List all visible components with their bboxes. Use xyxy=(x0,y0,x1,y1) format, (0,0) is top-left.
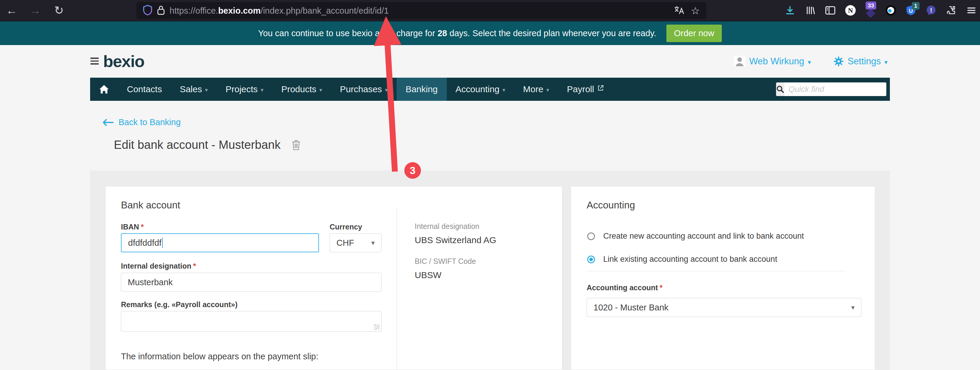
chevron-down-icon: ▾ xyxy=(205,86,208,93)
internal-designation-input[interactable]: Musterbank xyxy=(121,273,382,292)
info-designation-label: Internal designation xyxy=(415,222,479,231)
downloads-icon[interactable] xyxy=(784,2,796,19)
shield-count-badge: 1 xyxy=(912,2,920,10)
section-divider xyxy=(587,271,846,271)
url-bar[interactable]: https://office.bexio.com/index.php/bank_… xyxy=(136,2,706,19)
radio-create-new-account[interactable]: Create new accounting account and link t… xyxy=(587,231,804,241)
page-title: Edit bank account - Musterbank xyxy=(114,138,281,152)
search-icon xyxy=(776,83,784,96)
info-designation-value: UBS Switzerland AG xyxy=(415,235,496,245)
iban-label: IBAN* xyxy=(121,223,144,231)
browser-forward-button[interactable]: → xyxy=(29,4,42,17)
nav-more[interactable]: More▾ xyxy=(514,78,558,101)
delete-trash-icon[interactable] xyxy=(291,139,301,151)
main-navigation: Contacts Sales▾ Projects▾ Products▾ Purc… xyxy=(90,78,890,101)
accounting-title: Accounting xyxy=(587,199,635,211)
lock-icon[interactable] xyxy=(157,5,165,16)
nav-banking[interactable]: Banking xyxy=(397,78,446,101)
user-avatar-icon xyxy=(733,56,746,67)
settings-menu[interactable]: Settings ▾ xyxy=(833,56,890,67)
chevron-down-icon: ▾ xyxy=(851,304,854,312)
iban-input[interactable]: dfdfddfdf xyxy=(121,233,319,252)
nav-payroll[interactable]: Payroll xyxy=(558,78,613,101)
extensions-puzzle-icon[interactable] xyxy=(945,2,958,19)
bank-account-title: Bank account xyxy=(121,199,180,211)
radio-checked-icon[interactable] xyxy=(587,255,595,263)
browser-menu-icon[interactable] xyxy=(965,2,978,19)
nav-purchases[interactable]: Purchases▾ xyxy=(331,78,397,101)
user-name: Web Wirkung xyxy=(749,56,804,67)
chevron-down-icon: ▾ xyxy=(261,86,264,93)
user-menu[interactable]: Web Wirkung ▾ xyxy=(733,56,813,67)
trial-banner: You can continue to use bexio at no char… xyxy=(0,21,980,45)
gear-icon xyxy=(833,56,844,67)
quick-find-input[interactable] xyxy=(784,83,886,96)
text-cursor xyxy=(162,238,163,248)
n-letter: N xyxy=(848,6,853,14)
shield-extension-icon[interactable]: U 1 xyxy=(905,2,917,19)
arrow-left-icon xyxy=(102,119,114,126)
chevron-down-icon: ▾ xyxy=(884,59,888,66)
chevron-down-icon: ▾ xyxy=(546,86,549,93)
extension-33-icon[interactable]: 33 xyxy=(864,2,877,19)
bexio-logo: bexio xyxy=(103,52,144,71)
accounting-account-label: Accounting account* xyxy=(587,284,662,292)
currency-label: Currency xyxy=(329,223,362,231)
info-bic-label: BIC / SWIFT Code xyxy=(415,257,476,266)
annotation-step-badge: 3 xyxy=(404,162,421,179)
home-icon xyxy=(99,85,109,94)
browser-reload-button[interactable]: ↻ xyxy=(52,4,66,17)
url-text: https://office.bexio.com/index.php/bank_… xyxy=(170,6,669,16)
chevron-down-icon: ▾ xyxy=(385,86,388,93)
remarks-textarea[interactable] xyxy=(121,311,382,332)
app-header: bexio Web Wirkung ▾ xyxy=(0,45,980,78)
chevron-down-icon: ▾ xyxy=(808,59,811,66)
nav-sales[interactable]: Sales▾ xyxy=(171,78,217,101)
payment-slip-note: The information below appears on the pay… xyxy=(121,352,318,361)
chevron-down-icon: ▾ xyxy=(319,86,322,93)
quick-find-search xyxy=(776,83,886,96)
bookmark-star-icon[interactable]: ☆ xyxy=(691,5,700,17)
external-link-icon xyxy=(597,85,604,92)
svg-text:!: ! xyxy=(930,6,932,14)
radio-link-existing-account[interactable]: Link existing accounting account to bank… xyxy=(587,255,777,264)
extension-n-icon[interactable]: N xyxy=(844,2,857,19)
browser-back-button[interactable]: ← xyxy=(5,4,18,17)
nav-accounting[interactable]: Accounting▾ xyxy=(447,78,514,101)
chevron-down-icon: ▾ xyxy=(503,86,506,93)
extension-count-badge: 33 xyxy=(865,2,876,10)
tracking-shield-icon[interactable] xyxy=(143,5,153,17)
eye-extension-icon[interactable] xyxy=(885,2,897,19)
translate-icon[interactable] xyxy=(674,5,684,16)
back-to-banking-link[interactable]: Back to Banking xyxy=(102,117,181,127)
nav-products[interactable]: Products▾ xyxy=(272,78,331,101)
nav-home[interactable] xyxy=(90,78,118,101)
content-panel: Bank account IBAN* dfdfddfdf Currency CH… xyxy=(90,171,890,370)
app-menu-icon[interactable] xyxy=(91,57,99,65)
remarks-label: Remarks (e.g. «Payroll account») xyxy=(121,300,237,309)
accounting-account-select[interactable]: 1020 - Muster Bank▾ xyxy=(587,298,861,317)
nav-projects[interactable]: Projects▾ xyxy=(217,78,272,101)
browser-toolbar: ← → ↻ https://office.bexio.com/index.php… xyxy=(0,0,980,21)
resize-handle[interactable] xyxy=(374,324,380,330)
currency-select[interactable]: CHF▾ xyxy=(329,233,382,252)
info-bic-value: UBSW xyxy=(415,270,441,280)
library-icon[interactable] xyxy=(804,2,816,19)
order-now-button[interactable]: Order now xyxy=(667,25,722,42)
internal-designation-label: Internal designation* xyxy=(121,262,196,270)
chevron-down-icon: ▾ xyxy=(371,239,375,247)
trial-banner-text: You can continue to use bexio at no char… xyxy=(258,29,656,38)
accounting-card: Accounting Create new accounting account… xyxy=(571,186,875,370)
bank-account-card: Bank account IBAN* dfdfddfdf Currency CH… xyxy=(105,186,562,370)
nav-contacts[interactable]: Contacts xyxy=(118,78,171,101)
settings-label: Settings xyxy=(848,56,881,67)
exclamation-extension-icon[interactable]: ! xyxy=(925,2,937,19)
radio-unchecked-icon[interactable] xyxy=(587,233,595,240)
sidebar-toggle-icon[interactable] xyxy=(824,2,837,19)
